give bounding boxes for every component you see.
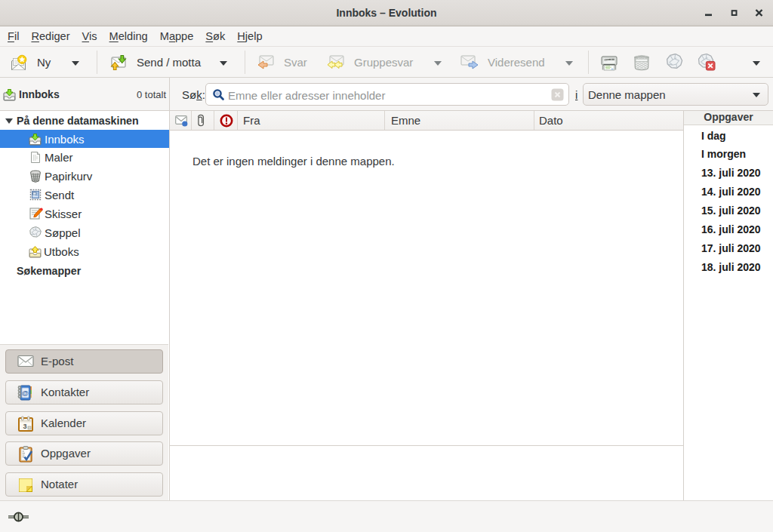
svg-text:3: 3 [23,422,26,429]
svg-text:@: @ [22,389,29,397]
